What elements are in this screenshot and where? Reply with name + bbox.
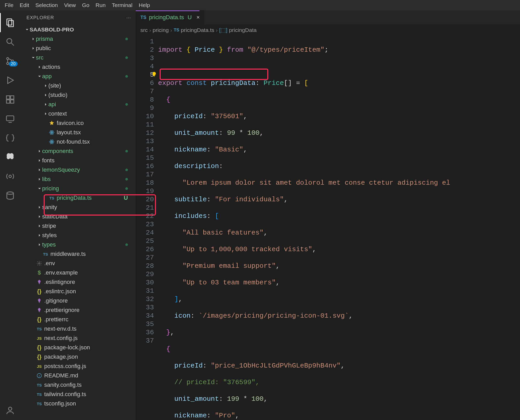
line-number: 29 (136, 270, 154, 278)
tree-item[interactable]: sanity (20, 203, 136, 212)
tree-item[interactable]: (site) (20, 81, 136, 90)
breadcrumb[interactable]: src › pricing › TS pricingData.ts › [⬚] … (136, 25, 520, 35)
code-editor[interactable]: 1234567891011121314151617181920212223242… (136, 35, 520, 420)
tree-item[interactable]: staticData (20, 212, 136, 221)
diamond-icon (36, 307, 43, 313)
tree-item[interactable]: layout.tsx (20, 128, 136, 137)
tree-item-label: README.md (44, 372, 78, 379)
line-number: 1 (136, 37, 154, 46)
tree-item[interactable]: public (20, 44, 136, 53)
chevron-down-icon (37, 74, 42, 79)
crumb-symbol[interactable]: pricingData (229, 27, 257, 33)
close-icon[interactable]: × (196, 14, 200, 21)
svg-line-3 (11, 43, 14, 46)
tree-item[interactable]: JSnext.config.js (20, 334, 136, 343)
tree-item[interactable]: {}package.json (20, 352, 136, 362)
activity-json-icon[interactable] (0, 128, 20, 148)
tree-item[interactable]: .eslintignore (20, 277, 136, 287)
menu-run[interactable]: Run (93, 1, 109, 9)
activity-account-icon[interactable] (0, 401, 20, 420)
git-status: U (124, 195, 128, 201)
menu-help[interactable]: Help (135, 1, 153, 9)
tree-item[interactable]: components (20, 146, 136, 156)
tree-item[interactable]: styles (20, 231, 136, 240)
menu-edit[interactable]: Edit (17, 1, 32, 9)
tree-item-label: tailwind.config.ts (44, 391, 86, 398)
lightbulb-icon[interactable] (151, 71, 157, 79)
tree-item[interactable]: TSpricingData.tsU (20, 193, 136, 203)
crumb-pricing[interactable]: pricing (153, 27, 169, 33)
tree-item[interactable]: JSpostcss.config.js (20, 362, 136, 371)
tree-item[interactable]: TSnext-env.d.ts (20, 324, 136, 334)
menu-view[interactable]: View (61, 1, 79, 9)
tree-item[interactable]: types (20, 240, 136, 249)
tree-item[interactable]: pricing (20, 184, 136, 193)
tree-item[interactable]: TStailwind.config.ts (20, 390, 136, 399)
activity-extensions-icon[interactable] (0, 90, 20, 109)
project-root[interactable]: SAASBOLD-PRO (20, 25, 136, 34)
line-number: 2 (136, 46, 154, 54)
tree-item[interactable]: libs (20, 175, 136, 184)
tree-item[interactable]: TStsconfig.json (20, 399, 136, 408)
activity-live-icon[interactable] (0, 167, 20, 186)
menu-file[interactable]: File (2, 1, 17, 9)
crumb-file[interactable]: pricingData.ts (181, 27, 214, 33)
line-number: 24 (136, 229, 154, 237)
tree-item[interactable]: (studio) (20, 90, 136, 100)
tree-item[interactable]: TSmiddleware.ts (20, 249, 136, 259)
tab-bar: TS pricingData.ts U × (136, 10, 520, 25)
tree-item[interactable]: context (20, 109, 136, 118)
activity-explorer-icon[interactable] (0, 13, 20, 32)
js-icon: JS (36, 336, 43, 341)
tree-item[interactable]: TSsanity.config.ts (20, 380, 136, 390)
tree-item[interactable]: src (20, 53, 136, 62)
tree-item[interactable]: {}.eslintrc.json (20, 287, 136, 296)
svg-point-14 (9, 175, 11, 178)
tree-item[interactable]: fonts (20, 156, 136, 165)
code-content[interactable]: import { Price } from "@/types/priceItem… (158, 35, 520, 420)
tree-item[interactable]: lemonSqueezy (20, 165, 136, 175)
activity-remote-icon[interactable] (0, 109, 20, 128)
activity-butterfly-icon[interactable] (0, 148, 20, 167)
activity-search-icon[interactable] (0, 32, 20, 51)
project-name: SAASBOLD-PRO (30, 26, 74, 33)
explorer-more-icon[interactable]: ··· (126, 15, 131, 21)
crumb-src[interactable]: src (140, 27, 148, 33)
file-tree: prismapublicsrcactionsapp(site)(studio)a… (20, 34, 136, 420)
menu-go[interactable]: Go (79, 1, 93, 9)
activity-database-icon[interactable] (0, 186, 20, 205)
tree-item-label: package-lock.json (44, 344, 90, 351)
tree-item[interactable]: .env (20, 259, 136, 268)
chevron-right-icon (31, 36, 36, 42)
line-number: 36 (136, 328, 154, 337)
tree-item[interactable]: prisma (20, 34, 136, 44)
menu-selection[interactable]: Selection (32, 1, 61, 9)
tree-item[interactable]: favicon.ico (20, 118, 136, 128)
tree-item[interactable]: $.env.example (20, 268, 136, 277)
tree-item[interactable]: .gitignore (20, 296, 136, 305)
activity-scm-icon[interactable]: 20 (0, 51, 20, 71)
tab-pricingdata[interactable]: TS pricingData.ts U × (136, 10, 205, 25)
line-number: 21 (136, 204, 154, 212)
tree-item[interactable]: stripe (20, 221, 136, 231)
tree-item[interactable]: not-found.tsx (20, 137, 136, 146)
tree-item[interactable]: README.md (20, 371, 136, 380)
tree-item[interactable]: {}package-lock.json (20, 343, 136, 352)
tree-item[interactable]: api (20, 100, 136, 109)
chevron-right-icon: › (149, 27, 151, 33)
chevron-down-icon (24, 27, 30, 32)
activity-debug-icon[interactable] (0, 71, 20, 90)
chevron-right-icon (43, 111, 48, 117)
menu-terminal[interactable]: Terminal (109, 1, 135, 9)
chevron-right-icon (43, 102, 48, 107)
line-number: 3 (136, 54, 154, 62)
line-number: 12 (136, 129, 154, 137)
tree-item[interactable]: app (20, 72, 136, 81)
tab-filename: pricingData.ts (149, 14, 184, 21)
tree-item[interactable]: {}.prettierrc (20, 315, 136, 324)
tree-item-label: not-found.tsx (57, 138, 90, 145)
tree-item[interactable]: actions (20, 62, 136, 72)
menu-bar: File Edit Selection View Go Run Terminal… (0, 0, 520, 10)
tree-item[interactable]: .prettierignore (20, 305, 136, 315)
chevron-down-icon (37, 186, 42, 191)
